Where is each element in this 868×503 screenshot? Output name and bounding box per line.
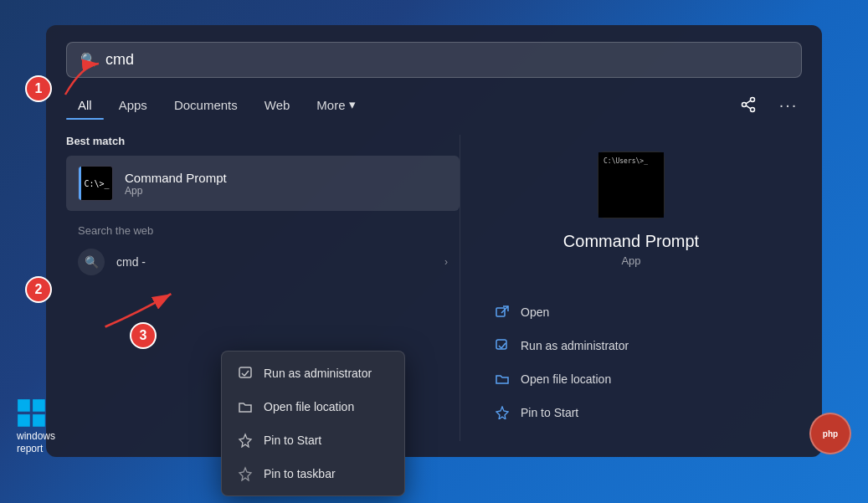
tab-documents[interactable]: Documents xyxy=(162,93,249,117)
chevron-right-icon: › xyxy=(444,256,448,268)
action-list: Open Run as administrator xyxy=(485,297,777,428)
context-pin-start-label: Pin to Start xyxy=(264,434,321,447)
svg-rect-18 xyxy=(18,399,30,412)
folder-icon xyxy=(237,398,254,415)
php-label: php xyxy=(823,429,838,439)
share-icon xyxy=(740,96,757,113)
result-text: Command Prompt App xyxy=(125,171,227,197)
result-type: App xyxy=(125,185,227,197)
svg-point-0 xyxy=(751,98,755,102)
context-pin-start[interactable]: Pin to Start xyxy=(222,423,404,457)
windows-logo-icon xyxy=(17,398,47,429)
cmd-preview-inner: C:\Users\>_ xyxy=(598,152,664,218)
windows-report-text: windows report xyxy=(17,430,55,454)
context-run-admin[interactable]: Run as administrator xyxy=(222,357,404,390)
app-name: Command Prompt xyxy=(563,232,699,251)
svg-line-14 xyxy=(501,343,506,348)
svg-marker-9 xyxy=(239,468,251,480)
dots-icon: ··· xyxy=(779,96,799,113)
search-web-item[interactable]: 🔍 cmd - › xyxy=(66,240,460,284)
app-preview-icon: C:\Users\>_ xyxy=(598,151,665,218)
shield-icon xyxy=(237,365,254,382)
action-open[interactable]: Open xyxy=(485,297,777,327)
tab-more[interactable]: More ▾ xyxy=(305,92,367,117)
windows-report-branding: windows report xyxy=(17,398,55,454)
context-run-admin-label: Run as administrator xyxy=(264,367,372,380)
action-pin-start-label: Pin to Start xyxy=(521,406,578,419)
action-pin-start[interactable]: Pin to Start xyxy=(485,398,777,428)
arrow-1 xyxy=(57,57,107,99)
web-search-icon: 🔍 xyxy=(78,249,105,275)
admin-shield-icon xyxy=(494,337,511,354)
search-panel: 🔍 All Apps Documents Web More ▾ ··· xyxy=(46,25,822,457)
command-prompt-result[interactable]: C:\>_ Command Prompt App xyxy=(66,156,460,211)
tab-web[interactable]: Web xyxy=(253,93,302,117)
context-open-location-label: Open file location xyxy=(264,400,354,413)
right-panel: C:\Users\>_ Command Prompt App Open xyxy=(460,135,802,441)
cmd-icon-inner: C:\>_ xyxy=(79,167,112,200)
cmd-app-icon: C:\>_ xyxy=(78,166,113,201)
context-pin-taskbar-label: Pin to taskbar xyxy=(264,467,336,480)
action-run-admin[interactable]: Run as administrator xyxy=(485,331,777,361)
svg-marker-8 xyxy=(239,434,251,447)
svg-line-7 xyxy=(244,371,249,376)
svg-point-2 xyxy=(742,103,747,107)
search-web-label: Search the web xyxy=(66,221,460,240)
context-pin-taskbar[interactable]: Pin to taskbar xyxy=(222,457,404,490)
svg-point-1 xyxy=(751,108,755,112)
svg-rect-5 xyxy=(239,367,251,377)
svg-rect-10 xyxy=(496,308,505,316)
content-area: Best match C:\>_ Command Prompt App Sear… xyxy=(66,135,802,441)
svg-rect-19 xyxy=(33,399,45,412)
pin-icon xyxy=(237,432,254,449)
app-type-label: App xyxy=(621,254,640,267)
svg-rect-21 xyxy=(33,414,45,427)
svg-line-3 xyxy=(746,100,751,104)
more-button[interactable]: ··· xyxy=(775,91,802,118)
step-badge-1: 1 xyxy=(25,75,52,102)
open-icon xyxy=(494,304,511,321)
svg-rect-20 xyxy=(18,414,30,427)
pin-outline-icon xyxy=(237,465,254,482)
step-badge-2: 2 xyxy=(25,276,52,303)
share-button[interactable] xyxy=(735,91,762,118)
folder-action-icon xyxy=(494,371,511,388)
search-input[interactable] xyxy=(105,51,788,69)
context-menu: Run as administrator Open file location xyxy=(221,351,405,496)
tab-apps[interactable]: Apps xyxy=(107,93,159,117)
nav-icons: ··· xyxy=(735,91,802,118)
svg-line-4 xyxy=(746,105,751,109)
action-run-admin-label: Run as administrator xyxy=(521,339,629,352)
pin-start-icon xyxy=(494,404,511,421)
php-badge: php xyxy=(809,413,851,454)
arrow-2 xyxy=(100,283,176,333)
cmd-search-text: cmd - xyxy=(116,255,433,269)
context-open-location[interactable]: Open file location xyxy=(222,390,404,423)
action-open-location-label: Open file location xyxy=(521,372,611,386)
action-open-label: Open xyxy=(521,305,549,319)
nav-tabs: All Apps Documents Web More ▾ ··· xyxy=(66,91,802,118)
svg-marker-15 xyxy=(496,407,508,419)
search-web-section: Search the web 🔍 cmd - › xyxy=(66,221,460,284)
result-name: Command Prompt xyxy=(125,171,227,185)
best-match-label: Best match xyxy=(66,135,460,147)
chevron-down-icon: ▾ xyxy=(349,97,356,112)
action-open-location[interactable]: Open file location xyxy=(485,364,777,394)
search-bar[interactable]: 🔍 xyxy=(66,42,802,78)
